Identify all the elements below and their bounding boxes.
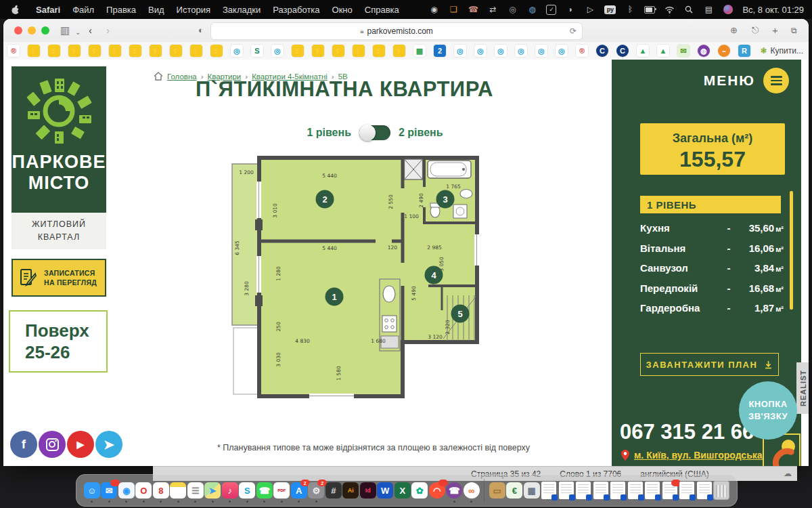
bookmark-favicon-y[interactable]: ⚡ bbox=[210, 45, 223, 57]
sidebar-toggle-icon[interactable]: ▥ bbox=[60, 24, 70, 37]
moon-icon[interactable]: ◗ bbox=[565, 4, 576, 15]
menubar-clock[interactable]: Вс, 8 окт. 01:29 bbox=[742, 5, 804, 15]
bookmark-favicon-y[interactable]: ⚡ bbox=[292, 45, 304, 57]
dock-item-doc[interactable] bbox=[679, 482, 695, 499]
bookmark-favicon-y[interactable]: ⚡ bbox=[28, 45, 40, 57]
viber-icon[interactable]: ☎ bbox=[468, 4, 478, 15]
menubar-menu-Файл[interactable]: Файл bbox=[72, 5, 94, 15]
bookmark-favicon-ob[interactable]: ◎ bbox=[474, 45, 487, 57]
shutter-icon[interactable]: ◉ bbox=[428, 4, 439, 15]
dock-item-mail[interactable]: ✉ bbox=[101, 482, 117, 499]
bookmark-favicon-ob[interactable]: ◎ bbox=[535, 45, 547, 57]
dock-item-vine[interactable]: ✿ bbox=[411, 482, 428, 499]
dock-item-maps[interactable]: ➤ bbox=[204, 482, 221, 499]
menubar-menu-Окно[interactable]: Окно bbox=[332, 5, 353, 15]
bookmark-favicon-dr[interactable]: ▲ bbox=[637, 45, 649, 57]
address-bar[interactable]: 🔒︎ parkovemisto.com ⟳ bbox=[210, 22, 583, 40]
dock-item-appstore[interactable]: A2 bbox=[291, 482, 307, 499]
bookmark-favicon-y[interactable]: ⚡ bbox=[393, 45, 405, 57]
layers-icon[interactable]: ❏ bbox=[448, 4, 459, 15]
new-tab-icon[interactable]: + bbox=[772, 24, 778, 37]
share-icon[interactable]: ⎋ bbox=[752, 24, 759, 37]
spotlight-icon[interactable] bbox=[683, 4, 694, 15]
lang-ru-indicator[interactable]: ру bbox=[604, 5, 616, 14]
dock-item-opera[interactable]: O bbox=[135, 482, 152, 499]
menu-button[interactable]: МЕНЮ bbox=[704, 68, 789, 93]
check-icon[interactable]: ✓ bbox=[546, 5, 556, 15]
bookmark-favicon-ob[interactable]: ◎ bbox=[231, 45, 243, 57]
bookmark-favicon-cn[interactable]: C bbox=[596, 45, 608, 57]
minimize-window-button[interactable] bbox=[28, 26, 36, 35]
bookmark-favicon-fo[interactable]: •• bbox=[718, 45, 730, 57]
dock-item-skype[interactable]: S bbox=[239, 482, 255, 499]
reload-icon[interactable]: ⟳ bbox=[570, 26, 577, 36]
phone-number[interactable]: 067 315 21 66 bbox=[620, 420, 754, 444]
bookmark-favicon-ob[interactable]: ◎ bbox=[271, 45, 284, 57]
bookmarks-overflow[interactable]: ❃Купити... bbox=[761, 46, 803, 56]
site-logo[interactable]: ПАРКОВЕМІСТО bbox=[12, 66, 106, 213]
tab-overview-icon[interactable]: ⧉ bbox=[791, 24, 797, 37]
bookmark-favicon-y[interactable]: ⚡ bbox=[48, 45, 60, 57]
bookmark-favicon-ob[interactable]: ◎ bbox=[495, 45, 507, 57]
dock-item-doc[interactable] bbox=[593, 482, 609, 499]
bookmark-favicon-y[interactable]: ⚡ bbox=[332, 45, 344, 57]
dock-item-music[interactable]: ♪ bbox=[222, 482, 238, 499]
battery-icon[interactable] bbox=[644, 4, 655, 15]
bookmark-favicon-pu[interactable]: ◍ bbox=[698, 45, 710, 57]
menubar-menu-История[interactable]: История bbox=[177, 5, 210, 15]
book-viewing-button[interactable]: ЗАПИСАТИСЯНА ПЕРЕГЛЯД bbox=[12, 259, 106, 297]
dock-item-keypad[interactable]: # bbox=[325, 482, 342, 499]
bookmark-favicon-cn[interactable]: C bbox=[616, 45, 629, 57]
dock-item-doc[interactable] bbox=[575, 482, 591, 499]
menubar-menu-Правка[interactable]: Правка bbox=[106, 5, 136, 15]
bluetooth-icon[interactable]: ᛒ bbox=[625, 4, 635, 15]
menubar-app-name[interactable]: Safari bbox=[36, 5, 60, 15]
dock-item-viber[interactable]: ☎ bbox=[446, 482, 462, 499]
back-button[interactable]: ‹ bbox=[89, 24, 92, 37]
dock-item-folder[interactable]: ▭ bbox=[489, 482, 505, 499]
facebook-icon[interactable]: f bbox=[10, 431, 37, 458]
dock-item-preview[interactable]: ▦ bbox=[524, 482, 540, 499]
menubar-menu-Справка[interactable]: Справка bbox=[365, 5, 399, 15]
menubar-menu-Закладки[interactable]: Закладки bbox=[223, 5, 261, 15]
bookmark-favicon-y[interactable]: ⚡ bbox=[68, 45, 81, 57]
bookmark-favicon-mg[interactable]: ✉ bbox=[677, 45, 690, 57]
bookmark-favicon-sg[interactable]: S bbox=[251, 45, 263, 57]
dock-item-indesign[interactable]: Id bbox=[360, 482, 376, 499]
play-icon[interactable]: ▷ bbox=[585, 4, 595, 15]
globe-icon[interactable]: ◍ bbox=[526, 4, 537, 15]
wifi-icon[interactable] bbox=[664, 4, 675, 15]
bookmark-favicon-y[interactable]: ⚡ bbox=[190, 45, 202, 57]
dock-item-doc[interactable] bbox=[558, 482, 574, 499]
instagram-icon[interactable] bbox=[39, 431, 66, 458]
forward-button[interactable]: › bbox=[106, 24, 110, 37]
dock-item-doc[interactable] bbox=[610, 482, 626, 499]
display-icon[interactable]: ▤ bbox=[703, 4, 714, 15]
bookmark-favicon-rr[interactable]: ® bbox=[7, 45, 20, 57]
privacy-shield-icon[interactable]: ◐ bbox=[198, 24, 204, 37]
dock-item-safari[interactable]: ◉ bbox=[118, 482, 135, 499]
dock-item-whatsapp[interactable]: ☎ bbox=[256, 482, 273, 499]
bookmark-favicon-y[interactable]: ⚡ bbox=[89, 45, 101, 57]
apple-menu-icon[interactable] bbox=[11, 5, 20, 15]
panel-scrollbar[interactable] bbox=[790, 191, 793, 310]
level-switch[interactable] bbox=[359, 125, 390, 140]
bookmark-favicon-b2[interactable]: 2 bbox=[434, 45, 446, 57]
bookmark-favicon-y[interactable]: ⚡ bbox=[129, 45, 141, 57]
dock-item-calendar[interactable]: 8 bbox=[153, 482, 169, 499]
dock-item-illustrator[interactable]: Ai bbox=[342, 482, 359, 499]
dock-item-pdf[interactable]: PDF bbox=[273, 482, 290, 499]
bookmark-favicon-ob[interactable]: ◎ bbox=[515, 45, 527, 57]
download-plan-button[interactable]: ЗАВАНТАЖИТИ ПЛАН bbox=[640, 353, 779, 376]
bookmark-favicon-dr[interactable]: ▲ bbox=[657, 45, 669, 57]
dock-item-trash[interactable] bbox=[713, 482, 729, 499]
bookmark-favicon-ob[interactable]: ◎ bbox=[454, 45, 466, 57]
dock-item-doc[interactable] bbox=[644, 482, 660, 499]
bookmark-favicon-y[interactable]: ⚡ bbox=[353, 45, 365, 57]
record-icon[interactable]: ◎ bbox=[507, 4, 518, 15]
chevron-down-icon[interactable]: ⌄ bbox=[75, 26, 81, 39]
bookmark-favicon-ob[interactable]: ◎ bbox=[556, 45, 568, 57]
downloads-icon[interactable]: ⊕ bbox=[730, 24, 738, 37]
sync-icon[interactable]: ⇄ bbox=[487, 4, 498, 15]
menubar-menu-Разработка[interactable]: Разработка bbox=[273, 5, 319, 15]
